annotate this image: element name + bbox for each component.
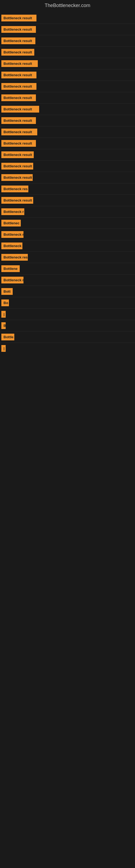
bottleneck-label: Bottleneck result xyxy=(1,140,36,147)
bottleneck-section: Bottleneck res xyxy=(0,252,135,263)
bottleneck-label: Bottleneck r xyxy=(1,231,24,238)
bottleneck-bar: Bottleneck r xyxy=(1,231,135,238)
bottleneck-section: Bottleneck r xyxy=(0,275,135,286)
bottleneck-bar: Bottleneck result xyxy=(1,140,135,147)
bottleneck-label: Bottleneck result xyxy=(1,151,34,158)
bottleneck-bar: Bottleneck r xyxy=(1,277,135,283)
bottleneck-section: Bottleneck result xyxy=(0,149,135,161)
bottleneck-bar: Bottleneck result xyxy=(1,197,135,204)
site-title: TheBottlenecker.com xyxy=(0,0,135,12)
bottleneck-label: Bottleneck result xyxy=(1,49,34,56)
bottleneck-label: Bottleneck result xyxy=(1,174,33,181)
bottleneck-section: Bottleneck result xyxy=(0,46,135,58)
bottleneck-label: Bottlenec xyxy=(1,220,21,226)
bottleneck-section: Bottleneck result xyxy=(0,195,135,206)
bottleneck-label: Bottleneck result xyxy=(1,83,37,90)
bottleneck-label: Bottleneck result xyxy=(1,72,37,79)
bottleneck-section: Bottleneck r xyxy=(0,229,135,240)
bottleneck-bar: Bottleneck result xyxy=(1,14,135,22)
bottleneck-section: Bottlenec xyxy=(0,218,135,229)
bottleneck-section: Bottleneck result xyxy=(0,24,135,35)
bottleneck-bar: Bottleneck result xyxy=(1,106,135,113)
bottleneck-label: Bottleneck result xyxy=(1,129,37,135)
bottleneck-bar: Bott xyxy=(1,288,135,295)
bottleneck-section: Bottleneck result xyxy=(0,115,135,126)
bottleneck-label: Bottleneck result xyxy=(1,14,37,22)
bottleneck-label: Bottleneck result xyxy=(1,197,33,204)
bottleneck-section: Bottlene xyxy=(0,263,135,275)
bottleneck-section: Bottleneck result xyxy=(0,161,135,172)
bottleneck-section: Bott xyxy=(0,286,135,297)
bottleneck-bar: Bottleneck result xyxy=(1,49,135,56)
bottleneck-bar: Bottleneck result xyxy=(1,163,135,169)
bottleneck-label: Bottleneck r xyxy=(1,208,24,215)
bottleneck-section: Bottleneck result xyxy=(0,58,135,69)
bottleneck-bar: Bottleneck r xyxy=(1,208,135,215)
bottleneck-bar: | xyxy=(1,311,135,318)
bottleneck-section: Bottleneck r xyxy=(0,206,135,218)
bottleneck-label: Bottleneck res xyxy=(1,186,28,192)
bottleneck-section: Bottleneck result xyxy=(0,69,135,81)
bottleneck-bar: Bottlenec xyxy=(1,220,135,226)
bottleneck-label: Bottleneck result xyxy=(1,37,35,44)
bottleneck-section: Bottleneck result xyxy=(0,138,135,149)
bottleneck-label: Bottleneck r xyxy=(1,277,24,283)
bottleneck-bar: Bottleneck result xyxy=(1,72,135,79)
bottleneck-label: | xyxy=(1,311,6,318)
bottleneck-label: Bottleneck result xyxy=(1,117,36,124)
bottleneck-section: | xyxy=(0,343,135,354)
bottleneck-bar: Bottleneck result xyxy=(1,151,135,158)
bottleneck-label: Bott xyxy=(1,288,13,295)
bottleneck-label: Bottleneck res xyxy=(1,254,28,261)
bottleneck-label: Bottlene xyxy=(1,265,20,272)
bottleneck-label: Bottleneck result xyxy=(1,26,36,33)
bottleneck-section: Bottle xyxy=(0,332,135,343)
bottleneck-label: Bottle xyxy=(1,334,14,340)
bottleneck-bar: Bottleneck result xyxy=(1,83,135,90)
bottleneck-bar: Bottleneck result xyxy=(1,60,135,67)
bottleneck-section: Bottleneck result xyxy=(0,172,135,183)
bottleneck-bar: B xyxy=(1,322,135,329)
bottleneck-label: Bottleneck result xyxy=(1,60,38,67)
bottleneck-section: Bottleneck result xyxy=(0,81,135,92)
bottleneck-section: | xyxy=(0,309,135,320)
bottleneck-bar: | xyxy=(1,345,135,352)
bottleneck-bar: Bottlene xyxy=(1,265,135,272)
bottleneck-bar: Bottleneck result xyxy=(1,26,135,33)
bottleneck-label: | xyxy=(1,345,6,352)
bottleneck-bar: Bottle xyxy=(1,334,135,340)
bottleneck-label: B xyxy=(1,322,6,329)
bottleneck-label: Bottleneck result xyxy=(1,106,39,113)
bottleneck-section: Bottleneck res xyxy=(0,183,135,195)
bottleneck-bar: Bottleneck xyxy=(1,243,135,249)
bottleneck-label: Bottleneck result xyxy=(1,163,33,169)
bottleneck-bar: Bottleneck result xyxy=(1,129,135,135)
bottleneck-section: Bo xyxy=(0,297,135,309)
bottleneck-bar: Bottleneck result xyxy=(1,117,135,124)
bottleneck-label: Bottleneck xyxy=(1,243,22,249)
bottleneck-label: Bottleneck result xyxy=(1,94,36,101)
bottleneck-bar: Bottleneck res xyxy=(1,186,135,192)
bottleneck-bar: Bo xyxy=(1,300,135,306)
bottleneck-section: Bottleneck result xyxy=(0,12,135,24)
bottleneck-section: Bottleneck result xyxy=(0,92,135,104)
bottleneck-bar: Bottleneck result xyxy=(1,94,135,101)
bottleneck-label: Bo xyxy=(1,300,9,306)
bottleneck-section: Bottleneck xyxy=(0,240,135,252)
bottleneck-bar: Bottleneck result xyxy=(1,37,135,44)
bottleneck-section: Bottleneck result xyxy=(0,104,135,115)
bottleneck-section: Bottleneck result xyxy=(0,126,135,138)
bottleneck-section: B xyxy=(0,320,135,332)
bottleneck-section: Bottleneck result xyxy=(0,35,135,46)
bottleneck-bar: Bottleneck result xyxy=(1,174,135,181)
bottleneck-bar: Bottleneck res xyxy=(1,254,135,261)
